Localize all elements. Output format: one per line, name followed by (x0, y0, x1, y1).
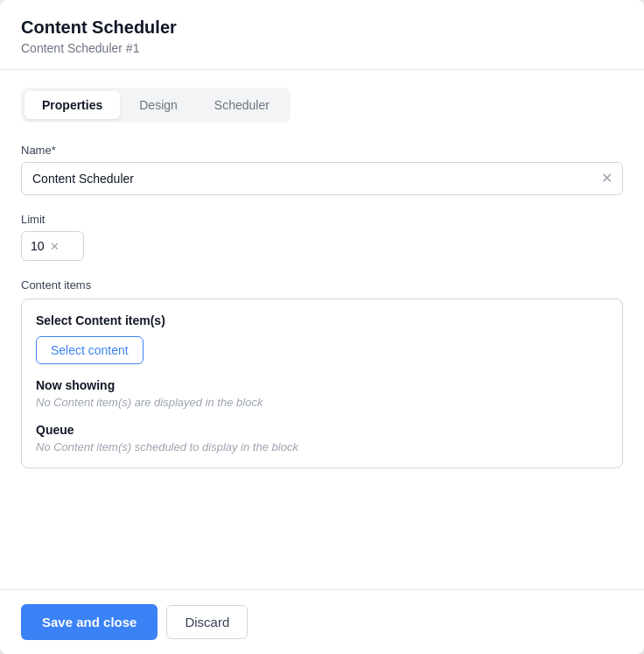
select-content-title: Select Content item(s) (36, 313, 608, 327)
limit-input-wrapper: 10 ✕ (21, 231, 84, 261)
limit-label: Limit (21, 213, 623, 226)
tab-scheduler[interactable]: Scheduler (197, 91, 287, 119)
save-and-close-button[interactable]: Save and close (21, 604, 158, 640)
content-items-box: Select Content item(s) Select content No… (21, 299, 623, 468)
limit-clear-button[interactable]: ✕ (50, 241, 60, 252)
select-content-button[interactable]: Select content (36, 336, 144, 364)
content-items-label: Content items (21, 278, 623, 292)
discard-button[interactable]: Discard (166, 605, 248, 639)
modal-footer: Save and close Discard (0, 589, 644, 654)
limit-field-group: Limit 10 ✕ (21, 213, 623, 261)
name-input[interactable] (21, 162, 623, 195)
now-showing-empty: No Content item(s) are displayed in the … (36, 396, 608, 409)
modal-subtitle: Content Scheduler #1 (21, 41, 623, 55)
modal-header: Content Scheduler Content Scheduler #1 (0, 0, 644, 70)
modal-title: Content Scheduler (21, 18, 623, 38)
tab-properties[interactable]: Properties (24, 91, 120, 119)
queue-empty: No Content item(s) scheduled to display … (36, 440, 608, 454)
modal-container: Content Scheduler Content Scheduler #1 P… (0, 0, 644, 654)
tab-design[interactable]: Design (122, 91, 195, 119)
modal-body: Properties Design Scheduler Name* ✕ Limi… (0, 70, 644, 589)
name-clear-button[interactable]: ✕ (601, 172, 612, 186)
tab-group: Properties Design Scheduler (21, 88, 290, 123)
name-field-group: Name* ✕ (21, 144, 623, 195)
name-input-wrapper: ✕ (21, 162, 623, 195)
name-label: Name* (21, 144, 623, 157)
content-items-section: Content items Select Content item(s) Sel… (21, 278, 623, 468)
queue-title: Queue (36, 423, 608, 437)
limit-value: 10 (31, 239, 45, 253)
now-showing-title: Now showing (36, 378, 608, 392)
